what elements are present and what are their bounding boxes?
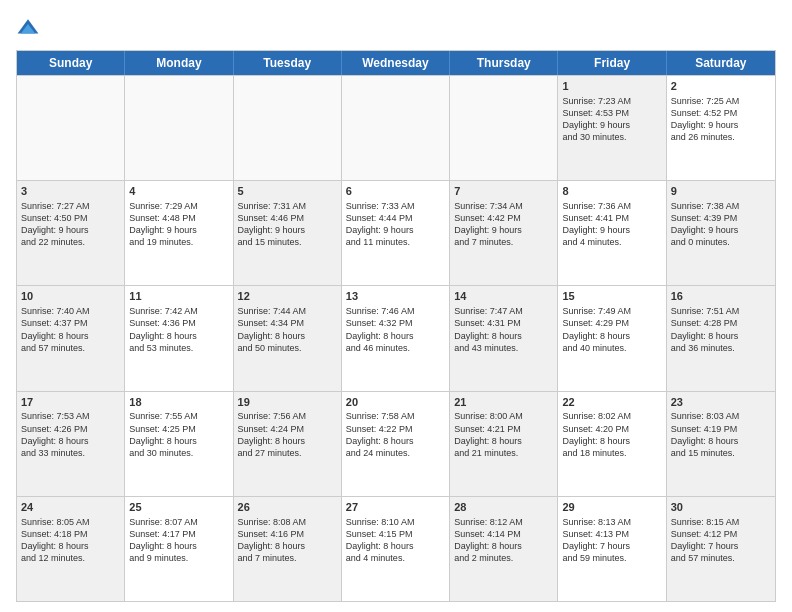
day-number: 6 [346, 184, 445, 199]
header-day-wednesday: Wednesday [342, 51, 450, 75]
day-info: Sunrise: 8:15 AM Sunset: 4:12 PM Dayligh… [671, 516, 771, 565]
day-number: 15 [562, 289, 661, 304]
day-number: 29 [562, 500, 661, 515]
day-info: Sunrise: 7:58 AM Sunset: 4:22 PM Dayligh… [346, 410, 445, 459]
day-info: Sunrise: 7:34 AM Sunset: 4:42 PM Dayligh… [454, 200, 553, 249]
calendar-week-4: 17Sunrise: 7:53 AM Sunset: 4:26 PM Dayli… [17, 391, 775, 496]
day-number: 10 [21, 289, 120, 304]
calendar-cell: 8Sunrise: 7:36 AM Sunset: 4:41 PM Daylig… [558, 181, 666, 285]
day-number: 7 [454, 184, 553, 199]
calendar-cell: 7Sunrise: 7:34 AM Sunset: 4:42 PM Daylig… [450, 181, 558, 285]
calendar-cell: 26Sunrise: 8:08 AM Sunset: 4:16 PM Dayli… [234, 497, 342, 601]
day-number: 13 [346, 289, 445, 304]
header [16, 16, 776, 40]
header-day-sunday: Sunday [17, 51, 125, 75]
calendar-body: 1Sunrise: 7:23 AM Sunset: 4:53 PM Daylig… [17, 75, 775, 601]
calendar: SundayMondayTuesdayWednesdayThursdayFrid… [16, 50, 776, 602]
day-info: Sunrise: 8:07 AM Sunset: 4:17 PM Dayligh… [129, 516, 228, 565]
day-number: 18 [129, 395, 228, 410]
day-number: 5 [238, 184, 337, 199]
day-info: Sunrise: 7:33 AM Sunset: 4:44 PM Dayligh… [346, 200, 445, 249]
calendar-week-5: 24Sunrise: 8:05 AM Sunset: 4:18 PM Dayli… [17, 496, 775, 601]
calendar-cell: 30Sunrise: 8:15 AM Sunset: 4:12 PM Dayli… [667, 497, 775, 601]
day-info: Sunrise: 7:49 AM Sunset: 4:29 PM Dayligh… [562, 305, 661, 354]
day-number: 9 [671, 184, 771, 199]
calendar-cell [342, 76, 450, 180]
calendar-cell: 23Sunrise: 8:03 AM Sunset: 4:19 PM Dayli… [667, 392, 775, 496]
calendar-week-2: 3Sunrise: 7:27 AM Sunset: 4:50 PM Daylig… [17, 180, 775, 285]
day-info: Sunrise: 7:46 AM Sunset: 4:32 PM Dayligh… [346, 305, 445, 354]
day-info: Sunrise: 7:42 AM Sunset: 4:36 PM Dayligh… [129, 305, 228, 354]
header-day-monday: Monday [125, 51, 233, 75]
calendar-cell: 13Sunrise: 7:46 AM Sunset: 4:32 PM Dayli… [342, 286, 450, 390]
day-info: Sunrise: 8:08 AM Sunset: 4:16 PM Dayligh… [238, 516, 337, 565]
day-info: Sunrise: 7:55 AM Sunset: 4:25 PM Dayligh… [129, 410, 228, 459]
calendar-cell: 15Sunrise: 7:49 AM Sunset: 4:29 PM Dayli… [558, 286, 666, 390]
calendar-cell: 19Sunrise: 7:56 AM Sunset: 4:24 PM Dayli… [234, 392, 342, 496]
day-info: Sunrise: 7:56 AM Sunset: 4:24 PM Dayligh… [238, 410, 337, 459]
day-number: 4 [129, 184, 228, 199]
calendar-week-3: 10Sunrise: 7:40 AM Sunset: 4:37 PM Dayli… [17, 285, 775, 390]
day-number: 25 [129, 500, 228, 515]
calendar-cell: 12Sunrise: 7:44 AM Sunset: 4:34 PM Dayli… [234, 286, 342, 390]
logo-icon [16, 16, 40, 40]
calendar-cell: 29Sunrise: 8:13 AM Sunset: 4:13 PM Dayli… [558, 497, 666, 601]
calendar-cell: 21Sunrise: 8:00 AM Sunset: 4:21 PM Dayli… [450, 392, 558, 496]
day-number: 23 [671, 395, 771, 410]
day-number: 28 [454, 500, 553, 515]
day-info: Sunrise: 7:31 AM Sunset: 4:46 PM Dayligh… [238, 200, 337, 249]
day-number: 21 [454, 395, 553, 410]
day-info: Sunrise: 8:13 AM Sunset: 4:13 PM Dayligh… [562, 516, 661, 565]
calendar-cell: 9Sunrise: 7:38 AM Sunset: 4:39 PM Daylig… [667, 181, 775, 285]
day-number: 26 [238, 500, 337, 515]
calendar-cell: 2Sunrise: 7:25 AM Sunset: 4:52 PM Daylig… [667, 76, 775, 180]
day-number: 11 [129, 289, 228, 304]
header-day-thursday: Thursday [450, 51, 558, 75]
day-number: 8 [562, 184, 661, 199]
day-info: Sunrise: 7:38 AM Sunset: 4:39 PM Dayligh… [671, 200, 771, 249]
day-info: Sunrise: 7:53 AM Sunset: 4:26 PM Dayligh… [21, 410, 120, 459]
calendar-cell [450, 76, 558, 180]
day-info: Sunrise: 7:25 AM Sunset: 4:52 PM Dayligh… [671, 95, 771, 144]
day-number: 16 [671, 289, 771, 304]
calendar-cell: 1Sunrise: 7:23 AM Sunset: 4:53 PM Daylig… [558, 76, 666, 180]
day-info: Sunrise: 8:05 AM Sunset: 4:18 PM Dayligh… [21, 516, 120, 565]
calendar-cell: 24Sunrise: 8:05 AM Sunset: 4:18 PM Dayli… [17, 497, 125, 601]
calendar-cell: 22Sunrise: 8:02 AM Sunset: 4:20 PM Dayli… [558, 392, 666, 496]
day-number: 27 [346, 500, 445, 515]
day-info: Sunrise: 7:44 AM Sunset: 4:34 PM Dayligh… [238, 305, 337, 354]
calendar-cell: 18Sunrise: 7:55 AM Sunset: 4:25 PM Dayli… [125, 392, 233, 496]
header-day-tuesday: Tuesday [234, 51, 342, 75]
day-info: Sunrise: 7:27 AM Sunset: 4:50 PM Dayligh… [21, 200, 120, 249]
day-info: Sunrise: 8:10 AM Sunset: 4:15 PM Dayligh… [346, 516, 445, 565]
day-number: 17 [21, 395, 120, 410]
calendar-header: SundayMondayTuesdayWednesdayThursdayFrid… [17, 51, 775, 75]
calendar-cell [17, 76, 125, 180]
calendar-cell [125, 76, 233, 180]
calendar-cell: 16Sunrise: 7:51 AM Sunset: 4:28 PM Dayli… [667, 286, 775, 390]
calendar-cell: 10Sunrise: 7:40 AM Sunset: 4:37 PM Dayli… [17, 286, 125, 390]
day-info: Sunrise: 7:40 AM Sunset: 4:37 PM Dayligh… [21, 305, 120, 354]
calendar-cell: 3Sunrise: 7:27 AM Sunset: 4:50 PM Daylig… [17, 181, 125, 285]
day-info: Sunrise: 8:00 AM Sunset: 4:21 PM Dayligh… [454, 410, 553, 459]
calendar-cell: 6Sunrise: 7:33 AM Sunset: 4:44 PM Daylig… [342, 181, 450, 285]
day-number: 3 [21, 184, 120, 199]
day-number: 22 [562, 395, 661, 410]
calendar-cell: 4Sunrise: 7:29 AM Sunset: 4:48 PM Daylig… [125, 181, 233, 285]
day-info: Sunrise: 7:47 AM Sunset: 4:31 PM Dayligh… [454, 305, 553, 354]
header-day-friday: Friday [558, 51, 666, 75]
day-number: 19 [238, 395, 337, 410]
day-number: 12 [238, 289, 337, 304]
calendar-cell: 5Sunrise: 7:31 AM Sunset: 4:46 PM Daylig… [234, 181, 342, 285]
day-info: Sunrise: 8:02 AM Sunset: 4:20 PM Dayligh… [562, 410, 661, 459]
day-number: 20 [346, 395, 445, 410]
day-number: 14 [454, 289, 553, 304]
day-number: 1 [562, 79, 661, 94]
day-info: Sunrise: 7:29 AM Sunset: 4:48 PM Dayligh… [129, 200, 228, 249]
calendar-cell: 11Sunrise: 7:42 AM Sunset: 4:36 PM Dayli… [125, 286, 233, 390]
day-info: Sunrise: 7:51 AM Sunset: 4:28 PM Dayligh… [671, 305, 771, 354]
day-number: 30 [671, 500, 771, 515]
day-number: 2 [671, 79, 771, 94]
calendar-cell: 20Sunrise: 7:58 AM Sunset: 4:22 PM Dayli… [342, 392, 450, 496]
logo [16, 16, 44, 40]
